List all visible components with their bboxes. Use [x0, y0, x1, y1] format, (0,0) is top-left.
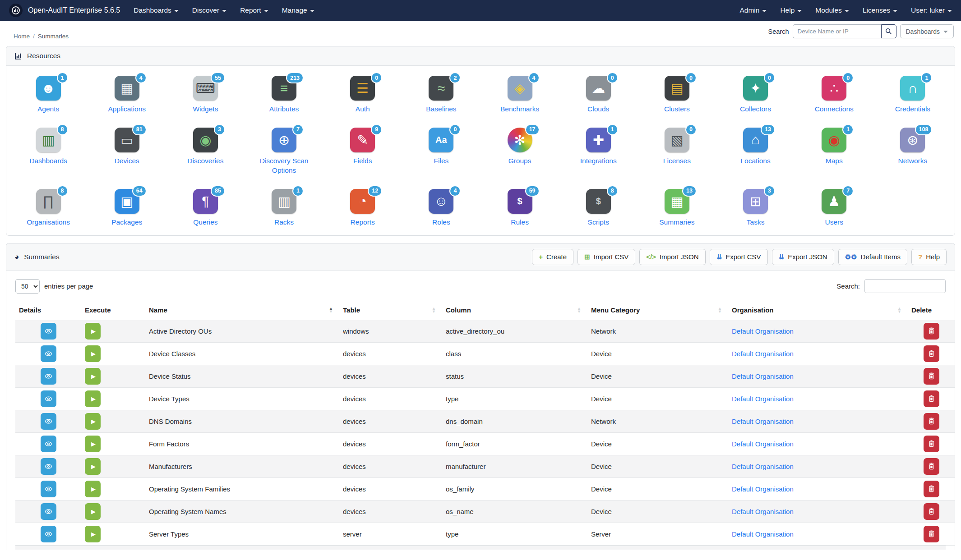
entries-per-page-select[interactable]: 50 — [15, 279, 40, 294]
resource-item-attributes[interactable]: ≡213Attributes — [245, 76, 323, 114]
nav-menu-dashboards[interactable]: Dashboards — [134, 6, 179, 14]
dashboards-dropdown-button[interactable]: Dashboards — [900, 24, 954, 38]
resource-item-auth[interactable]: ☰0Auth — [323, 76, 402, 114]
import-csv-button[interactable]: ⊞Import CSV — [578, 249, 635, 265]
execute-button[interactable]: ▶ — [85, 345, 101, 362]
resource-item-roles[interactable]: ☺4Roles — [402, 189, 480, 227]
execute-button[interactable]: ▶ — [85, 436, 101, 452]
nav-menu-modules[interactable]: Modules — [815, 6, 849, 14]
delete-button[interactable] — [924, 481, 939, 497]
resource-item-credentials[interactable]: ∩1Credentials — [873, 76, 952, 114]
resource-item-racks[interactable]: ▥1Racks — [245, 189, 323, 227]
delete-button[interactable] — [924, 368, 939, 385]
delete-button[interactable] — [924, 458, 939, 475]
nav-menu-discover[interactable]: Discover — [192, 6, 226, 14]
resource-item-clouds[interactable]: ☁0Clouds — [559, 76, 638, 114]
resource-item-discovery-scan-options[interactable]: ⊕7Discovery Scan Options — [245, 128, 323, 175]
column-header-table[interactable]: Table▲▼ — [339, 302, 442, 320]
resource-item-maps[interactable]: ◉1Maps — [795, 128, 873, 175]
nav-menu-manage[interactable]: Manage — [282, 6, 314, 14]
organisation-link[interactable]: Default Organisation — [732, 463, 794, 470]
resource-item-packages[interactable]: ▣64Packages — [88, 189, 166, 227]
import-json-button[interactable]: </>Import JSON — [639, 249, 705, 265]
details-button[interactable] — [41, 526, 56, 542]
nav-menu-licenses[interactable]: Licenses — [863, 6, 897, 14]
resource-item-devices[interactable]: ▭81Devices — [88, 128, 166, 175]
resource-item-scripts[interactable]: $8Scripts — [559, 189, 638, 227]
delete-button[interactable] — [924, 413, 939, 430]
resource-item-rules[interactable]: $59Rules — [480, 189, 559, 227]
resource-item-licenses[interactable]: ▧0Licenses — [638, 128, 716, 175]
delete-button[interactable] — [924, 503, 939, 520]
resource-item-clusters[interactable]: ▤0Clusters — [638, 76, 716, 114]
resource-item-summaries[interactable]: ▦13Summaries — [638, 189, 716, 227]
execute-button[interactable]: ▶ — [85, 390, 101, 407]
execute-button[interactable]: ▶ — [85, 368, 101, 385]
organisation-link[interactable]: Default Organisation — [732, 440, 794, 448]
execute-button[interactable]: ▶ — [85, 503, 101, 520]
resource-item-agents[interactable]: ☻1Agents — [9, 76, 88, 114]
execute-button[interactable]: ▶ — [85, 413, 101, 430]
delete-button[interactable] — [924, 390, 939, 407]
resource-item-dashboards[interactable]: ▥8Dashboards — [9, 128, 88, 175]
resource-item-integrations[interactable]: ✚1Integrations — [559, 128, 638, 175]
resource-item-collectors[interactable]: ✦0Collectors — [716, 76, 795, 114]
details-button[interactable] — [41, 481, 56, 497]
column-header-menu-category[interactable]: Menu Category▲▼ — [587, 302, 728, 320]
resource-item-organisations[interactable]: ∏8Organisations — [9, 189, 88, 227]
resource-item-fields[interactable]: ✎9Fields — [323, 128, 402, 175]
details-button[interactable] — [41, 390, 56, 407]
delete-button[interactable] — [924, 323, 939, 340]
nav-menu-admin[interactable]: Admin — [739, 6, 767, 14]
execute-button[interactable]: ▶ — [85, 526, 101, 542]
brand[interactable]: Open-AudIT Enterprise 5.6.5 — [9, 4, 120, 17]
organisation-link[interactable]: Default Organisation — [732, 350, 794, 358]
delete-button[interactable] — [924, 526, 939, 542]
details-button[interactable] — [41, 436, 56, 452]
column-header-name[interactable]: Name▲▼ — [145, 302, 339, 320]
organisation-link[interactable]: Default Organisation — [732, 485, 794, 493]
create-button[interactable]: +Create — [532, 249, 573, 265]
default-items-button[interactable]: ⚙⚙Default Items — [838, 249, 907, 265]
organisation-link[interactable]: Default Organisation — [732, 418, 794, 425]
details-button[interactable] — [41, 368, 56, 385]
organisation-link[interactable]: Default Organisation — [732, 530, 794, 538]
delete-button[interactable] — [924, 345, 939, 362]
resource-item-locations[interactable]: ⌂13Locations — [716, 128, 795, 175]
resource-item-queries[interactable]: ¶85Queries — [166, 189, 245, 227]
resource-item-widgets[interactable]: ⌨55Widgets — [166, 76, 245, 114]
column-header-organisation[interactable]: Organisation▲▼ — [728, 302, 908, 320]
delete-button[interactable] — [924, 436, 939, 452]
resource-item-discoveries[interactable]: ◉3Discoveries — [166, 128, 245, 175]
execute-button[interactable]: ▶ — [85, 481, 101, 497]
nav-menu-user-luker[interactable]: User: luker — [911, 6, 952, 14]
resource-item-files[interactable]: Aa0Files — [402, 128, 480, 175]
breadcrumb-home-link[interactable]: Home — [14, 33, 30, 40]
organisation-link[interactable]: Default Organisation — [732, 395, 794, 403]
resource-item-benchmarks[interactable]: ◈4Benchmarks — [480, 76, 559, 114]
table-search-input[interactable] — [864, 279, 946, 293]
details-button[interactable] — [41, 345, 56, 362]
resource-item-baselines[interactable]: ≈2Baselines — [402, 76, 480, 114]
device-search-input[interactable] — [793, 24, 881, 38]
organisation-link[interactable]: Default Organisation — [732, 327, 794, 335]
resource-item-networks[interactable]: ⊛108Networks — [873, 128, 952, 175]
details-button[interactable] — [41, 458, 56, 475]
resource-item-connections[interactable]: ∴0Connections — [795, 76, 873, 114]
resource-item-tasks[interactable]: ⊞3Tasks — [716, 189, 795, 227]
help-button[interactable]: ?Help — [911, 249, 947, 265]
details-button[interactable] — [41, 503, 56, 520]
organisation-link[interactable]: Default Organisation — [732, 508, 794, 515]
execute-button[interactable]: ▶ — [85, 458, 101, 475]
details-button[interactable] — [41, 323, 56, 340]
export-json-button[interactable]: ⇊Export JSON — [772, 249, 834, 265]
search-button[interactable] — [881, 24, 896, 38]
details-button[interactable] — [41, 413, 56, 430]
resource-item-applications[interactable]: ▦4Applications — [88, 76, 166, 114]
export-csv-button[interactable]: ⇊Export CSV — [710, 249, 768, 265]
organisation-link[interactable]: Default Organisation — [732, 372, 794, 380]
resource-item-reports[interactable]: ◔12Reports — [323, 189, 402, 227]
resource-item-users[interactable]: ♟7Users — [795, 189, 873, 227]
resource-item-groups[interactable]: ✻17Groups — [480, 128, 559, 175]
column-header-column[interactable]: Column▲▼ — [442, 302, 587, 320]
